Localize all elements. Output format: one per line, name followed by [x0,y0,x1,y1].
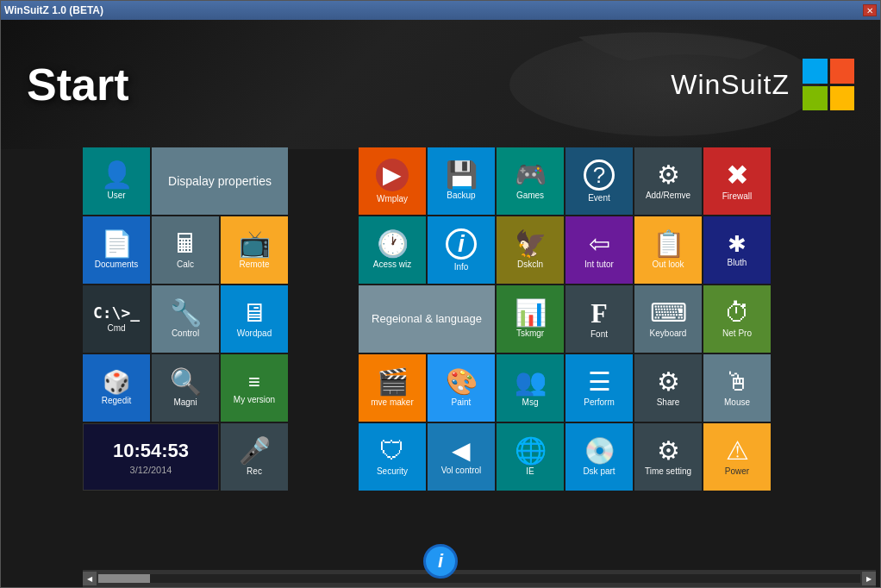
app-name: WinSuitZ [671,69,790,101]
clock-date: 3/12/2014 [130,465,172,475]
tile-add-remove[interactable]: ⚙ Add/Remve [634,147,702,215]
mve-maker-icon: 🎬 [377,369,409,395]
tile-control[interactable]: 🔧 Control [152,285,219,353]
tile-paint-label: Paint [452,397,472,408]
firewall-icon: ✖ [726,161,749,189]
tile-wordpad-label: Wordpad [237,328,272,339]
wordpad-icon: 🖥 [241,300,267,326]
flag-q4 [830,86,855,111]
main-window: WinSuitZ 1.0 (BETA) ✕ Start WinSuitZ [0,0,881,588]
tile-add-remove-label: Add/Remve [646,191,690,201]
empty-3 [290,285,357,353]
tile-user[interactable]: 👤 User [83,147,150,215]
tile-info[interactable]: i Info [428,216,495,284]
wmplay-icon: ▶ [376,159,409,191]
tile-tskmgr[interactable]: 📊 Tskmgr [497,285,564,353]
tile-mve-maker[interactable]: 🎬 mve maker [359,354,426,422]
tile-font[interactable]: F Font [565,285,633,353]
keyboard-icon: ⌨ [650,300,687,326]
tile-rec-label: Rec [247,466,262,477]
flag-q3 [803,86,828,111]
tile-regedit[interactable]: 🎲 Regedit [83,354,150,422]
tile-time-setting-label: Time setting [645,466,691,477]
tiles-grid: 👤 User Dispalay properties ▶ Wmplay 💾 [83,147,876,561]
tile-tskmgr-label: Tskmgr [516,328,544,339]
time-setting-icon: ⚙ [657,438,680,464]
tile-dskcln-label: Dskcln [517,260,543,270]
tile-regedit-label: Regedit [102,396,131,406]
share-icon: ⚙ [657,369,680,395]
tile-control-label: Control [172,328,199,339]
tile-paint[interactable]: 🎨 Paint [428,354,495,422]
tile-msg[interactable]: 👥 Msg [497,354,564,422]
control-icon: 🔧 [170,300,202,326]
tile-mouse[interactable]: 🖱 Mouse [703,354,771,422]
vol-control-icon: ◀ [452,439,471,463]
tile-int-tutor[interactable]: ⇦ Int tutor [565,216,633,284]
main-content: Start WinSuitZ 👤 User [1,20,880,587]
tile-access-wiz[interactable]: 🕐 Acess wiz [359,216,426,284]
tiles-container[interactable]: 👤 User Dispalay properties ▶ Wmplay 💾 [83,147,876,561]
outlook-icon: 📋 [653,231,684,257]
tile-calc[interactable]: 🖩 Calc [152,216,219,284]
tile-remote[interactable]: 📺 Remote [221,216,288,284]
tile-event[interactable]: ? Event [565,147,633,215]
tile-security-label: Security [377,466,408,477]
tile-calc-label: Calc [177,260,194,270]
clock-time: 10:54:53 [113,440,189,462]
tile-access-wiz-label: Acess wiz [373,260,411,270]
tile-wmplay-label: Wmplay [377,194,408,204]
app-logo: WinSuitZ [671,59,854,110]
tskmgr-icon: 📊 [515,300,547,326]
tile-security[interactable]: 🛡 Security [359,423,426,491]
tile-dsk-part[interactable]: 💿 Dsk part [565,423,633,491]
tile-ie[interactable]: 🌐 IE [497,423,564,491]
bluth-icon: ✱ [728,233,747,255]
tile-rec[interactable]: 🎤 Rec [221,423,288,491]
tile-magni[interactable]: 🔍 Magni [152,354,219,422]
title-bar: WinSuitZ 1.0 (BETA) ✕ [1,1,880,20]
tile-info-label: Info [454,262,469,272]
magni-icon: 🔍 [170,369,202,395]
tile-net-pro[interactable]: ⏱ Net Pro [703,285,771,353]
tile-regional-language[interactable]: Regeional & language [359,285,495,353]
tile-perform[interactable]: ☰ Perform [565,354,633,422]
tile-firewall[interactable]: ✖ Firewall [703,147,771,215]
net-pro-icon: ⏱ [724,300,750,326]
tile-games[interactable]: 🎮 Games [497,147,564,215]
close-button[interactable]: ✕ [863,4,877,16]
user-icon: 👤 [101,162,133,188]
tile-keyboard[interactable]: ⌨ Keyboard [634,285,702,353]
access-wiz-icon: 🕐 [377,231,409,257]
tile-bluth[interactable]: ✱ Bluth [703,216,771,284]
paint-icon: 🎨 [446,369,478,395]
tile-vol-control[interactable]: ◀ Vol control [428,423,495,491]
tile-share[interactable]: ⚙ Share [634,354,702,422]
tile-my-version-label: My version [234,395,275,405]
tile-wordpad[interactable]: 🖥 Wordpad [221,285,288,353]
tile-outlook[interactable]: 📋 Out look [634,216,702,284]
backup-icon: 💾 [446,162,478,188]
tile-power[interactable]: ⚠ Power [703,423,771,491]
tile-user-label: User [107,191,125,201]
tile-wmplay[interactable]: ▶ Wmplay [359,147,426,215]
msg-icon: 👥 [515,369,547,395]
tile-time-setting[interactable]: ⚙ Time setting [634,423,702,491]
font-icon: F [590,299,608,327]
tile-mouse-label: Mouse [724,397,750,408]
games-icon: 🎮 [515,162,547,188]
tile-dskcln[interactable]: 🦅 Dskcln [497,216,564,284]
tile-msg-label: Msg [522,397,539,408]
empty-2 [290,216,357,284]
tile-display-properties[interactable]: Dispalay properties [152,147,288,215]
tile-cmd[interactable]: C:\>_ Cmd [83,285,150,353]
tile-my-version[interactable]: ≡ My version [221,354,288,422]
header: Start WinSuitZ [1,20,880,149]
tile-share-label: Share [657,397,680,408]
info-button[interactable]: i [423,544,458,579]
power-icon: ⚠ [726,438,749,464]
tile-documents[interactable]: 📄 Documents [83,216,150,284]
tile-backup[interactable]: 💾 Backup [428,147,495,215]
info-icon: i [438,550,443,572]
calc-icon: 🖩 [172,231,198,257]
